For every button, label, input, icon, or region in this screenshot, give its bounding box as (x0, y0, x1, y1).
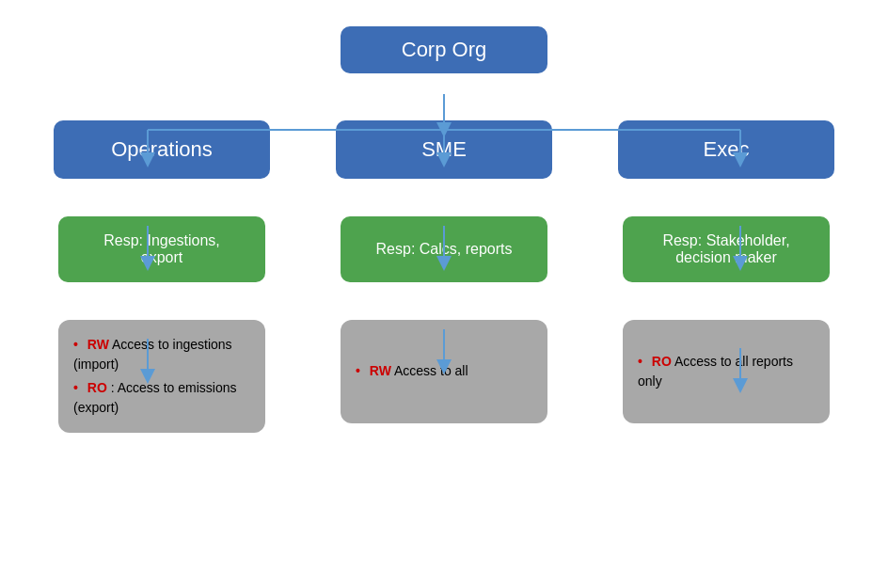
exec-gray-box: RO Access to all reports only (623, 320, 830, 423)
sme-gray-box: RW Access to all (341, 320, 547, 423)
exec-label: Exec (704, 137, 750, 162)
exec-green-label: Resp: Stakeholder,decision maker (662, 232, 789, 266)
sme-blue-box: SME (336, 120, 552, 179)
exec-access-list: RO Access to all reports only (638, 350, 815, 393)
operations-access-list: RW Access to ingestions (import) RO : Ac… (73, 333, 250, 420)
col-sme: SME Resp: Calcs, reports RW Access to al… (317, 120, 571, 433)
operations-rw-label: RW (87, 337, 109, 352)
operations-gray-box: RW Access to ingestions (import) RO : Ac… (58, 320, 265, 433)
operations-access-item-1: RW Access to ingestions (import) (73, 333, 250, 376)
exec-blue-box: Exec (618, 120, 834, 179)
root-label: Corp Org (402, 38, 486, 61)
root-node: Corp Org (341, 26, 547, 73)
sme-rw-text: Access to all (394, 363, 468, 378)
operations-label: Operations (111, 137, 213, 162)
exec-green-box: Resp: Stakeholder,decision maker (623, 216, 830, 282)
sme-label: SME (421, 137, 467, 162)
org-chart-diagram: Corp Org Operations Resp: Ingestions,exp… (21, 17, 867, 572)
exec-ro-label: RO (652, 354, 672, 369)
sme-rw-label: RW (370, 363, 391, 378)
col-exec: Exec Resp: Stakeholder,decision maker RO… (599, 120, 853, 433)
sme-green-box: Resp: Calcs, reports (341, 216, 547, 282)
operations-green-label: Resp: Ingestions,export (103, 232, 220, 266)
operations-access-item-2: RO : Access to emissions (export) (73, 376, 250, 420)
col-operations: Operations Resp: Ingestions,export RW Ac… (35, 120, 289, 433)
sme-access-item-1: RW Access to all (356, 359, 468, 383)
exec-access-item-1: RO Access to all reports only (638, 350, 815, 393)
sme-green-label: Resp: Calcs, reports (376, 241, 513, 258)
sme-access-list: RW Access to all (356, 359, 468, 383)
operations-green-box: Resp: Ingestions,export (58, 216, 265, 282)
operations-blue-box: Operations (54, 120, 270, 179)
operations-ro-label: RO (87, 380, 107, 395)
